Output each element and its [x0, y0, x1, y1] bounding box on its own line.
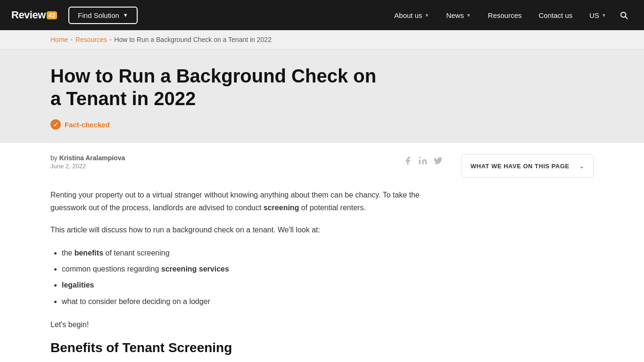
pub-date: June 2, 2022	[50, 163, 125, 170]
nav-resources[interactable]: Resources	[479, 0, 530, 30]
search-icon[interactable]	[615, 11, 633, 19]
intro-article-paragraph: This article will discuss how to run a b…	[50, 223, 443, 236]
site-logo[interactable]: Review42	[11, 9, 57, 21]
toc-chevron-icon: ⌄	[579, 162, 585, 170]
screening-bold: screening	[264, 204, 299, 212]
by-line: by Kristina Aralampiova	[50, 154, 125, 162]
article-main: by Kristina Aralampiova June 2, 2022	[50, 143, 443, 362]
author-row: by Kristina Aralampiova June 2, 2022	[50, 154, 443, 177]
article-sidebar: WHAT WE HAVE ON THIS PAGE ⌄	[462, 143, 594, 362]
nav-links: About us ▼ News ▼ Resources Contact us U…	[386, 0, 633, 30]
logo-text: Review	[11, 9, 46, 21]
intro-paragraph: Renting your property out to a virtual s…	[50, 189, 443, 214]
list-item: the benefits of tenant screening	[62, 246, 443, 260]
find-solution-chevron-icon: ▼	[123, 12, 128, 18]
list-item: legalities	[62, 278, 443, 292]
breadcrumb-home[interactable]: Home	[50, 36, 68, 43]
us-chevron-icon: ▼	[602, 13, 606, 18]
about-us-chevron-icon: ▼	[425, 13, 429, 18]
svg-line-1	[625, 16, 627, 18]
list-item: common questions regarding screening ser…	[62, 262, 443, 276]
social-icons	[403, 156, 443, 168]
list-item: what to consider before deciding on a lo…	[62, 295, 443, 309]
nav-us[interactable]: US ▼	[581, 0, 615, 30]
breadcrumb-sep-1: •	[71, 37, 73, 42]
article-layout: by Kristina Aralampiova June 2, 2022	[39, 143, 605, 362]
navbar: Review42 Find Solution ▼ About us ▼ News…	[0, 0, 644, 30]
nav-contact-us[interactable]: Contact us	[530, 0, 581, 30]
find-solution-label: Find Solution	[78, 11, 119, 19]
article-bg: by Kristina Aralampiova June 2, 2022	[0, 143, 644, 362]
svg-rect-2	[419, 160, 421, 165]
author-name: Kristina Aralampiova	[59, 154, 125, 162]
author-info: by Kristina Aralampiova June 2, 2022	[50, 154, 125, 170]
toc-title: WHAT WE HAVE ON THIS PAGE	[471, 163, 570, 170]
logo-badge: 42	[47, 11, 57, 19]
article-content: Renting your property out to a virtual s…	[50, 189, 443, 355]
article-title: How to Run a Background Check on a Tenan…	[50, 65, 390, 110]
breadcrumb-resources[interactable]: Resources	[75, 36, 107, 43]
nav-news[interactable]: News ▼	[438, 0, 479, 30]
svg-point-3	[419, 157, 421, 158]
facebook-icon[interactable]	[403, 156, 413, 168]
twitter-icon[interactable]	[433, 156, 443, 168]
breadcrumb-sep-2: •	[110, 37, 112, 42]
nav-about-us[interactable]: About us ▼	[386, 0, 438, 30]
breadcrumb-current: How to Run a Background Check on a Tenan…	[114, 36, 272, 43]
news-chevron-icon: ▼	[466, 13, 471, 18]
find-solution-button[interactable]: Find Solution ▼	[68, 7, 137, 24]
fact-checked-badge: ✓ Fact-checked	[50, 119, 110, 130]
fact-checked-label: Fact-checked	[65, 121, 110, 129]
toc-box: WHAT WE HAVE ON THIS PAGE ⌄	[462, 154, 594, 178]
lets-begin: Let's begin!	[50, 318, 443, 331]
article-list: the benefits of tenant screening common …	[62, 246, 443, 309]
toc-header[interactable]: WHAT WE HAVE ON THIS PAGE ⌄	[462, 155, 593, 177]
hero-section: How to Run a Background Check on a Tenan…	[0, 49, 644, 143]
linkedin-icon[interactable]	[418, 156, 428, 168]
section-title: Benefits of Tenant Screening	[50, 340, 443, 355]
fact-checked-icon: ✓	[50, 119, 61, 130]
breadcrumb-bar: Home • Resources • How to Run a Backgrou…	[0, 30, 644, 49]
breadcrumb: Home • Resources • How to Run a Backgrou…	[50, 36, 594, 43]
